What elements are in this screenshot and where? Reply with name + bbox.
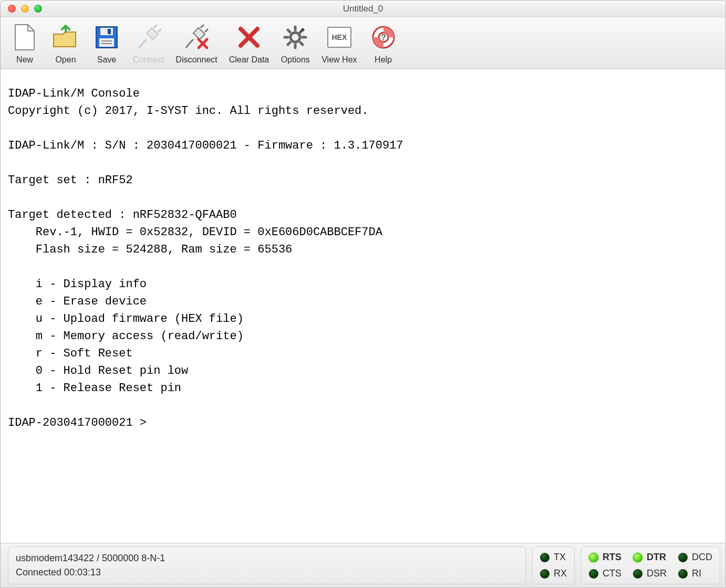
help-label: Help	[375, 55, 392, 65]
view-hex-label: View Hex	[321, 55, 357, 65]
x-icon	[234, 23, 264, 52]
disconnect-label: Disconnect	[176, 55, 217, 65]
port-info: usbmodem143422 / 5000000 8-N-1	[16, 553, 518, 564]
cts-led	[589, 569, 598, 579]
dcd-led	[678, 553, 688, 562]
open-button[interactable]: Open	[51, 23, 80, 65]
dsr-led	[633, 569, 642, 579]
ri-indicator: RI	[678, 568, 712, 579]
save-label: Save	[97, 55, 116, 65]
svg-text:?: ?	[381, 33, 386, 42]
status-bar: usbmodem143422 / 5000000 8-N-1 Connected…	[1, 543, 725, 587]
rx-indicator: RX	[540, 568, 567, 579]
tx-label: TX	[554, 552, 566, 563]
titlebar[interactable]: Untitled_0	[1, 1, 725, 17]
view-hex-button[interactable]: HEX View Hex	[321, 23, 357, 65]
window-title: Untitled_0	[1, 4, 725, 14]
new-file-icon	[10, 23, 39, 52]
connection-time: Connected 00:03:13	[16, 567, 518, 578]
plug-x-icon	[182, 23, 211, 52]
cts-label: CTS	[603, 568, 621, 579]
rx-led	[540, 569, 549, 579]
connect-label: Connect	[133, 55, 164, 65]
options-label: Options	[281, 55, 310, 65]
rx-label: RX	[554, 568, 567, 579]
minimize-window-button[interactable]	[21, 5, 29, 13]
toolbar: New Open Save	[1, 17, 725, 69]
new-button[interactable]: New	[10, 23, 39, 65]
open-folder-icon	[51, 23, 80, 52]
dtr-label: DTR	[647, 552, 666, 563]
lifebuoy-icon: ?	[369, 23, 398, 52]
svg-line-20	[300, 43, 303, 45]
help-button[interactable]: ? Help	[369, 23, 398, 65]
ri-label: RI	[692, 568, 701, 579]
svg-line-6	[154, 25, 157, 28]
rts-label: RTS	[603, 552, 621, 563]
save-button[interactable]: Save	[92, 23, 121, 65]
plug-icon	[134, 23, 163, 52]
connection-status-panel: usbmodem143422 / 5000000 8-N-1 Connected…	[8, 547, 526, 584]
window-controls	[8, 5, 42, 13]
dcd-label: DCD	[692, 552, 712, 563]
console-output[interactable]: IDAP-Link/M Console Copyright (c) 2017, …	[1, 69, 725, 543]
new-label: New	[16, 55, 33, 65]
svg-line-9	[205, 29, 208, 32]
rts-led	[589, 553, 598, 562]
txrx-panel: TX RX	[532, 547, 575, 584]
clear-data-button[interactable]: Clear Data	[229, 23, 269, 65]
handshake-panel: RTS CTS DTR DSR DCD RI	[581, 547, 720, 584]
floppy-disk-icon	[92, 23, 121, 52]
close-window-button[interactable]	[8, 5, 16, 13]
hex-icon: HEX	[325, 23, 354, 52]
tx-led	[540, 553, 549, 562]
svg-line-7	[158, 29, 161, 32]
svg-rect-2	[108, 29, 111, 34]
dsr-indicator: DSR	[633, 568, 667, 579]
connect-button: Connect	[133, 23, 164, 65]
svg-line-19	[288, 30, 290, 32]
rts-indicator[interactable]: RTS	[589, 552, 621, 563]
cts-indicator: CTS	[589, 568, 621, 579]
dtr-led	[633, 553, 642, 562]
options-button[interactable]: Options	[281, 23, 310, 65]
tx-indicator: TX	[540, 552, 567, 563]
dcd-indicator: DCD	[678, 552, 712, 563]
zoom-window-button[interactable]	[34, 5, 42, 13]
disconnect-button[interactable]: Disconnect	[176, 23, 217, 65]
svg-rect-1	[100, 28, 113, 35]
svg-rect-3	[99, 38, 114, 47]
clear-data-label: Clear Data	[229, 55, 269, 65]
dtr-indicator[interactable]: DTR	[633, 552, 667, 563]
open-label: Open	[55, 55, 76, 65]
app-window: Untitled_0 New Open	[0, 0, 726, 588]
svg-point-14	[291, 33, 300, 42]
hex-badge: HEX	[327, 27, 351, 48]
svg-line-22	[288, 43, 290, 45]
svg-line-8	[201, 25, 204, 28]
dsr-label: DSR	[647, 568, 667, 579]
ri-led	[678, 569, 688, 579]
gear-icon	[281, 23, 310, 52]
